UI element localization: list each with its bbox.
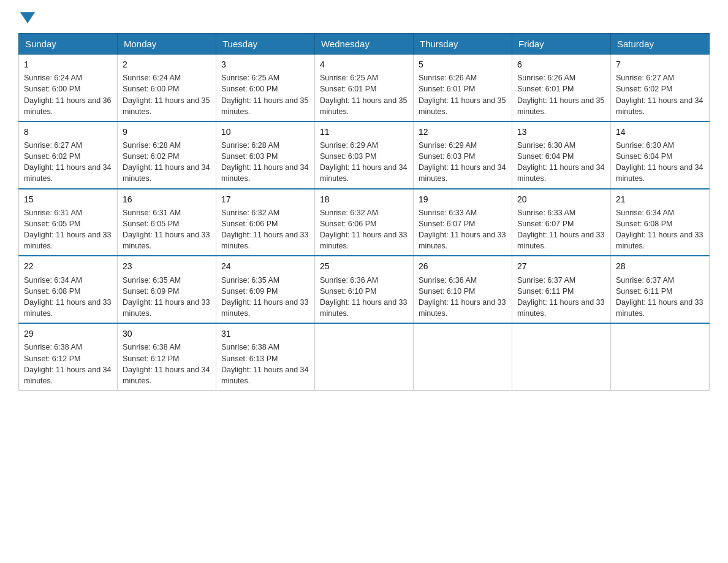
day-header-monday: Monday [118,34,216,55]
calendar-week-row: 15Sunrise: 6:31 AMSunset: 6:05 PMDayligh… [19,189,710,256]
calendar-cell: 11Sunrise: 6:29 AMSunset: 6:03 PMDayligh… [315,121,414,189]
day-header-sunday: Sunday [19,34,118,55]
day-header-wednesday: Wednesday [315,34,414,55]
logo-triangle-icon [20,12,35,23]
day-header-saturday: Saturday [611,34,710,55]
day-number: 23 [123,260,211,272]
calendar-cell: 22Sunrise: 6:34 AMSunset: 6:08 PMDayligh… [19,256,118,323]
day-number: 2 [123,58,211,71]
calendar-cell: 20Sunrise: 6:33 AMSunset: 6:07 PMDayligh… [512,189,611,256]
day-number: 8 [24,126,112,138]
calendar-cell: 3Sunrise: 6:25 AMSunset: 6:00 PMDaylight… [216,55,315,121]
calendar-cell: 28Sunrise: 6:37 AMSunset: 6:11 PMDayligh… [611,256,710,323]
calendar-cell: 21Sunrise: 6:34 AMSunset: 6:08 PMDayligh… [611,189,710,256]
day-number: 10 [221,126,309,138]
calendar-cell [414,323,512,390]
calendar-cell: 24Sunrise: 6:35 AMSunset: 6:09 PMDayligh… [216,256,315,323]
day-number: 6 [517,58,605,71]
day-number: 9 [123,126,211,138]
calendar-cell: 19Sunrise: 6:33 AMSunset: 6:07 PMDayligh… [414,189,512,256]
calendar-cell [512,323,611,390]
calendar-week-row: 8Sunrise: 6:27 AMSunset: 6:02 PMDaylight… [19,121,710,189]
calendar-cell: 14Sunrise: 6:30 AMSunset: 6:04 PMDayligh… [611,121,710,189]
calendar-cell: 15Sunrise: 6:31 AMSunset: 6:05 PMDayligh… [19,189,118,256]
day-number: 29 [24,327,112,340]
calendar-cell: 1Sunrise: 6:24 AMSunset: 6:00 PMDaylight… [19,55,118,121]
day-number: 3 [221,58,309,71]
calendar-cell: 25Sunrise: 6:36 AMSunset: 6:10 PMDayligh… [315,256,414,323]
day-number: 21 [616,193,704,205]
day-number: 22 [24,260,112,272]
day-header-thursday: Thursday [414,34,512,55]
calendar-cell: 29Sunrise: 6:38 AMSunset: 6:12 PMDayligh… [19,323,118,390]
calendar-cell: 5Sunrise: 6:26 AMSunset: 6:01 PMDaylight… [414,55,512,121]
calendar-cell: 6Sunrise: 6:26 AMSunset: 6:01 PMDaylight… [512,55,611,121]
day-number: 15 [24,193,112,205]
day-number: 30 [123,327,211,340]
day-number: 13 [517,126,605,138]
day-number: 20 [517,193,605,205]
calendar-cell: 30Sunrise: 6:38 AMSunset: 6:12 PMDayligh… [118,323,216,390]
calendar-cell: 17Sunrise: 6:32 AMSunset: 6:06 PMDayligh… [216,189,315,256]
calendar-cell: 23Sunrise: 6:35 AMSunset: 6:09 PMDayligh… [118,256,216,323]
calendar-header-row: SundayMondayTuesdayWednesdayThursdayFrid… [19,34,710,55]
calendar-cell: 27Sunrise: 6:37 AMSunset: 6:11 PMDayligh… [512,256,611,323]
calendar-cell: 31Sunrise: 6:38 AMSunset: 6:13 PMDayligh… [216,323,315,390]
calendar-cell: 9Sunrise: 6:28 AMSunset: 6:02 PMDaylight… [118,121,216,189]
page-header [18,12,710,21]
day-number: 7 [616,58,704,71]
day-number: 17 [221,193,309,205]
day-header-friday: Friday [512,34,611,55]
calendar-cell: 18Sunrise: 6:32 AMSunset: 6:06 PMDayligh… [315,189,414,256]
calendar-cell: 12Sunrise: 6:29 AMSunset: 6:03 PMDayligh… [414,121,512,189]
calendar-cell: 10Sunrise: 6:28 AMSunset: 6:03 PMDayligh… [216,121,315,189]
day-number: 14 [616,126,704,138]
day-number: 4 [320,58,408,71]
calendar-cell: 2Sunrise: 6:24 AMSunset: 6:00 PMDaylight… [118,55,216,121]
calendar-cell: 13Sunrise: 6:30 AMSunset: 6:04 PMDayligh… [512,121,611,189]
day-number: 28 [616,260,704,272]
day-number: 26 [419,260,507,272]
calendar-cell [315,323,414,390]
logo [18,12,37,21]
calendar-week-row: 29Sunrise: 6:38 AMSunset: 6:12 PMDayligh… [19,323,710,390]
day-number: 1 [24,58,112,71]
day-number: 19 [419,193,507,205]
day-number: 18 [320,193,408,205]
day-number: 24 [221,260,309,272]
day-number: 5 [419,58,507,71]
day-number: 16 [123,193,211,205]
calendar-table: SundayMondayTuesdayWednesdayThursdayFrid… [18,33,710,391]
day-number: 31 [221,327,309,340]
day-header-tuesday: Tuesday [216,34,315,55]
day-number: 27 [517,260,605,272]
calendar-cell [611,323,710,390]
day-number: 11 [320,126,408,138]
calendar-cell: 7Sunrise: 6:27 AMSunset: 6:02 PMDaylight… [611,55,710,121]
calendar-cell: 8Sunrise: 6:27 AMSunset: 6:02 PMDaylight… [19,121,118,189]
day-number: 12 [419,126,507,138]
day-number: 25 [320,260,408,272]
calendar-week-row: 22Sunrise: 6:34 AMSunset: 6:08 PMDayligh… [19,256,710,323]
calendar-cell: 4Sunrise: 6:25 AMSunset: 6:01 PMDaylight… [315,55,414,121]
calendar-week-row: 1Sunrise: 6:24 AMSunset: 6:00 PMDaylight… [19,55,710,121]
calendar-cell: 16Sunrise: 6:31 AMSunset: 6:05 PMDayligh… [118,189,216,256]
calendar-cell: 26Sunrise: 6:36 AMSunset: 6:10 PMDayligh… [414,256,512,323]
